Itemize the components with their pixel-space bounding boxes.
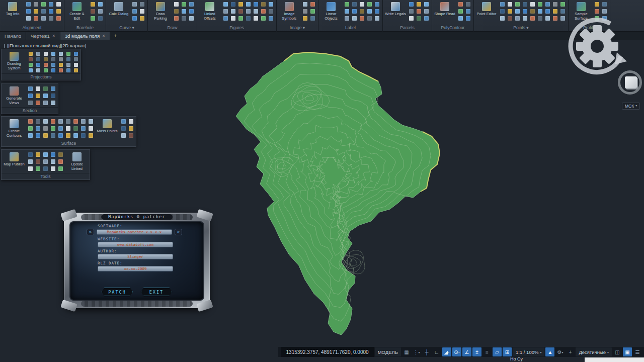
- tool-icon[interactable]: [131, 1, 138, 8]
- tool-icon[interactable]: [138, 8, 146, 15]
- lineweight-toggle[interactable]: ≡: [482, 347, 492, 356]
- mass-points-button[interactable]: Mass Points: [96, 118, 119, 134]
- tool-icon[interactable]: [351, 8, 358, 15]
- tool-icon[interactable]: [42, 67, 49, 74]
- tool-icon[interactable]: [237, 8, 245, 15]
- tool-icon[interactable]: [499, 15, 506, 22]
- ribbon-group-label[interactable]: PolyContour: [434, 25, 472, 31]
- tool-icon[interactable]: [72, 67, 79, 74]
- tool-icon[interactable]: [351, 1, 358, 8]
- tool-icon[interactable]: [72, 132, 79, 139]
- tool-icon[interactable]: [593, 8, 601, 15]
- isolate-objects-icon[interactable]: ◫: [613, 347, 622, 356]
- infer-constraints-toggle[interactable]: ┼: [422, 347, 431, 356]
- tool-icon[interactable]: [49, 158, 57, 165]
- dynamic-input-toggle[interactable]: ±: [472, 347, 481, 356]
- tool-icon[interactable]: [34, 165, 42, 172]
- tool-icon[interactable]: [415, 8, 423, 15]
- tool-icon[interactable]: [180, 8, 188, 15]
- tool-icon[interactable]: [34, 158, 42, 165]
- tool-icon[interactable]: [457, 1, 464, 8]
- tool-icon[interactable]: [57, 118, 64, 125]
- customization-menu-icon[interactable]: ☰: [633, 347, 642, 356]
- tool-icon[interactable]: [57, 132, 64, 139]
- tool-icon[interactable]: [267, 8, 275, 15]
- tool-icon[interactable]: [34, 132, 42, 139]
- tool-icon[interactable]: [57, 151, 64, 158]
- tool-icon[interactable]: [222, 15, 229, 22]
- tool-icon[interactable]: [79, 118, 87, 125]
- tool-icon[interactable]: [245, 15, 252, 22]
- tool-icon[interactable]: [408, 15, 415, 22]
- tool-icon[interactable]: [551, 8, 559, 15]
- tool-icon[interactable]: [42, 118, 49, 125]
- tool-icon[interactable]: [49, 92, 57, 99]
- tool-icon[interactable]: [521, 8, 529, 15]
- exit-button[interactable]: EXIT: [141, 288, 172, 296]
- website-value[interactable]: www.datasoft.com: [98, 242, 173, 247]
- workspace-switch-icon[interactable]: ⚙▾: [555, 347, 565, 356]
- tool-icon[interactable]: [55, 15, 62, 22]
- tool-icon[interactable]: [408, 8, 415, 15]
- tab-close-icon[interactable]: ×: [52, 33, 55, 39]
- tool-icon[interactable]: [55, 8, 62, 15]
- tool-icon[interactable]: [40, 8, 47, 15]
- tool-icon[interactable]: [40, 1, 47, 8]
- tool-icon[interactable]: [27, 85, 34, 92]
- tool-icon[interactable]: [464, 8, 472, 15]
- coordinates-readout[interactable]: 1315392.3757, 489171.7620, 0.0000: [281, 347, 374, 357]
- tool-icon[interactable]: [42, 85, 49, 92]
- tool-icon[interactable]: [64, 118, 72, 125]
- ribbon-group-label[interactable]: Curve ▾: [108, 25, 146, 31]
- tool-icon[interactable]: [551, 15, 559, 22]
- tool-icon[interactable]: [514, 15, 521, 22]
- tool-icon[interactable]: [79, 132, 87, 139]
- generate-views-button[interactable]: Generate Views: [3, 85, 26, 105]
- tool-icon[interactable]: [42, 165, 49, 172]
- tool-icon[interactable]: [120, 118, 127, 125]
- image-symbols-button[interactable]: Image Symbols: [278, 1, 300, 21]
- tool-icon[interactable]: [72, 118, 79, 125]
- model-space-toggle[interactable]: МОДЕЛЬ: [375, 347, 401, 356]
- tool-icon[interactable]: [49, 99, 57, 106]
- tool-icon[interactable]: [514, 8, 521, 15]
- tool-icon[interactable]: [366, 15, 373, 22]
- tool-icon[interactable]: [252, 8, 260, 15]
- tool-icon[interactable]: [544, 8, 551, 15]
- tool-icon[interactable]: [301, 8, 309, 15]
- tool-icon[interactable]: [64, 132, 72, 139]
- tool-icon[interactable]: [57, 125, 64, 132]
- tool-icon[interactable]: [32, 8, 40, 15]
- grid-display-toggle[interactable]: ▦: [402, 347, 411, 356]
- tool-icon[interactable]: [358, 8, 366, 15]
- tool-icon[interactable]: [49, 132, 57, 139]
- tool-icon[interactable]: [252, 15, 260, 22]
- prev-version-button[interactable]: «: [87, 229, 94, 235]
- tool-icon[interactable]: [27, 165, 34, 172]
- tool-icon[interactable]: [366, 8, 373, 15]
- tool-icon[interactable]: [229, 1, 237, 8]
- ribbon-group-label[interactable]: Points ▾: [475, 25, 567, 31]
- tool-icon[interactable]: [27, 151, 34, 158]
- tool-icon[interactable]: [536, 15, 544, 22]
- viewcube-cube[interactable]: [625, 76, 637, 88]
- tool-icon[interactable]: [559, 8, 567, 15]
- tool-icon[interactable]: [34, 151, 42, 158]
- tab-начало[interactable]: Начало: [0, 32, 26, 40]
- next-version-button[interactable]: »: [175, 229, 182, 235]
- tool-icon[interactable]: [42, 132, 49, 139]
- tool-icon[interactable]: [309, 8, 316, 15]
- tool-icon[interactable]: [423, 8, 430, 15]
- ribbon-group-label[interactable]: Alignment: [2, 25, 62, 31]
- tool-icon[interactable]: [42, 99, 49, 106]
- tool-icon[interactable]: [97, 8, 104, 15]
- tool-icon[interactable]: [506, 8, 514, 15]
- tool-icon[interactable]: [89, 8, 97, 15]
- create-edit-button[interactable]: Create & Edit: [66, 1, 88, 21]
- tool-icon[interactable]: [373, 15, 381, 22]
- tool-icon[interactable]: [408, 1, 415, 8]
- ucs-selector[interactable]: МСК ▾: [622, 103, 640, 110]
- tool-icon[interactable]: [373, 8, 381, 15]
- tool-icon[interactable]: [42, 151, 49, 158]
- ribbon-group-label[interactable]: Image ▾: [278, 25, 316, 31]
